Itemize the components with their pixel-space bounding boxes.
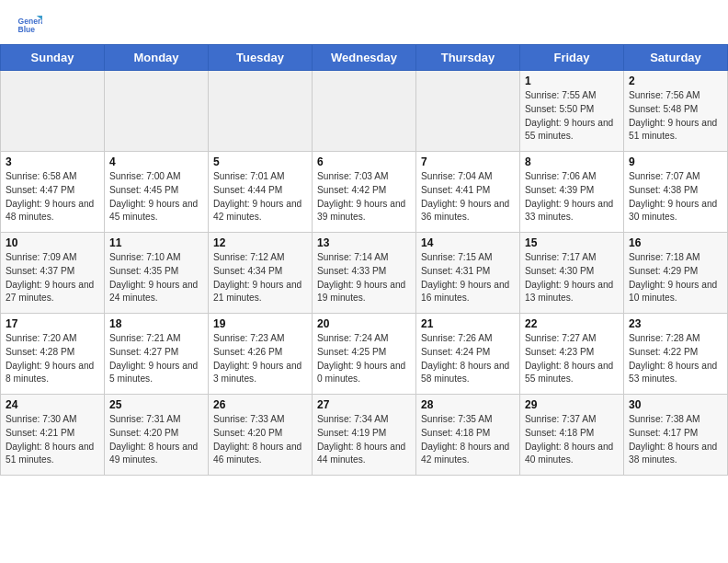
calendar-cell: 2Sunrise: 7:56 AM Sunset: 5:48 PM Daylig… (624, 71, 728, 152)
cell-info: Sunrise: 7:21 AM Sunset: 4:27 PM Dayligh… (109, 332, 203, 386)
cell-info: Sunrise: 7:20 AM Sunset: 4:28 PM Dayligh… (6, 332, 99, 386)
calendar-cell: 12Sunrise: 7:12 AM Sunset: 4:34 PM Dayli… (209, 233, 313, 314)
calendar-cell: 4Sunrise: 7:00 AM Sunset: 4:45 PM Daylig… (105, 152, 209, 233)
day-number: 4 (109, 155, 203, 168)
day-number: 5 (213, 155, 307, 168)
calendar-cell: 5Sunrise: 7:01 AM Sunset: 4:44 PM Daylig… (209, 152, 313, 233)
day-number: 17 (6, 317, 99, 330)
calendar-week-5: 24Sunrise: 7:30 AM Sunset: 4:21 PM Dayli… (1, 395, 728, 476)
calendar-week-4: 17Sunrise: 7:20 AM Sunset: 4:28 PM Dayli… (1, 314, 728, 395)
calendar-cell: 1Sunrise: 7:55 AM Sunset: 5:50 PM Daylig… (520, 71, 624, 152)
day-number: 6 (317, 155, 411, 168)
calendar-cell: 6Sunrise: 7:03 AM Sunset: 4:42 PM Daylig… (313, 152, 416, 233)
cell-info: Sunrise: 7:28 AM Sunset: 4:22 PM Dayligh… (629, 332, 722, 386)
calendar-cell: 13Sunrise: 7:14 AM Sunset: 4:33 PM Dayli… (313, 233, 416, 314)
calendar-cell (416, 71, 520, 152)
day-number: 30 (629, 398, 722, 411)
calendar-cell (209, 71, 313, 152)
day-number: 9 (629, 155, 722, 168)
calendar-cell (313, 71, 416, 152)
calendar-cell: 23Sunrise: 7:28 AM Sunset: 4:22 PM Dayli… (624, 314, 728, 395)
cell-info: Sunrise: 7:04 AM Sunset: 4:41 PM Dayligh… (421, 170, 515, 224)
cell-info: Sunrise: 6:58 AM Sunset: 4:47 PM Dayligh… (6, 170, 99, 224)
calendar-week-3: 10Sunrise: 7:09 AM Sunset: 4:37 PM Dayli… (1, 233, 728, 314)
day-number: 21 (421, 317, 515, 330)
page-header: General Blue (0, 0, 728, 44)
calendar-cell (105, 71, 209, 152)
day-number: 27 (317, 398, 411, 411)
cell-info: Sunrise: 7:37 AM Sunset: 4:18 PM Dayligh… (525, 413, 619, 467)
day-number: 8 (525, 155, 619, 168)
calendar-cell: 17Sunrise: 7:20 AM Sunset: 4:28 PM Dayli… (1, 314, 105, 395)
calendar-cell: 18Sunrise: 7:21 AM Sunset: 4:27 PM Dayli… (105, 314, 209, 395)
calendar-cell: 19Sunrise: 7:23 AM Sunset: 4:26 PM Dayli… (209, 314, 313, 395)
weekday-header-wednesday: Wednesday (313, 45, 416, 71)
calendar-cell: 21Sunrise: 7:26 AM Sunset: 4:24 PM Dayli… (416, 314, 520, 395)
calendar-cell: 16Sunrise: 7:18 AM Sunset: 4:29 PM Dayli… (624, 233, 728, 314)
cell-info: Sunrise: 7:23 AM Sunset: 4:26 PM Dayligh… (213, 332, 307, 386)
day-number: 11 (109, 236, 203, 249)
calendar-cell: 14Sunrise: 7:15 AM Sunset: 4:31 PM Dayli… (416, 233, 520, 314)
calendar-cell: 29Sunrise: 7:37 AM Sunset: 4:18 PM Dayli… (520, 395, 624, 476)
day-number: 12 (213, 236, 307, 249)
day-number: 22 (525, 317, 619, 330)
cell-info: Sunrise: 7:18 AM Sunset: 4:29 PM Dayligh… (629, 251, 722, 305)
cell-info: Sunrise: 7:01 AM Sunset: 4:44 PM Dayligh… (213, 170, 307, 224)
weekday-header-saturday: Saturday (624, 45, 728, 71)
day-number: 24 (6, 398, 99, 411)
day-number: 16 (629, 236, 722, 249)
cell-info: Sunrise: 7:35 AM Sunset: 4:18 PM Dayligh… (421, 413, 515, 467)
calendar-cell: 11Sunrise: 7:10 AM Sunset: 4:35 PM Dayli… (105, 233, 209, 314)
cell-info: Sunrise: 7:24 AM Sunset: 4:25 PM Dayligh… (317, 332, 411, 386)
cell-info: Sunrise: 7:34 AM Sunset: 4:19 PM Dayligh… (317, 413, 411, 467)
calendar-cell: 8Sunrise: 7:06 AM Sunset: 4:39 PM Daylig… (520, 152, 624, 233)
cell-info: Sunrise: 7:17 AM Sunset: 4:30 PM Dayligh… (525, 251, 619, 305)
cell-info: Sunrise: 7:38 AM Sunset: 4:17 PM Dayligh… (629, 413, 722, 467)
cell-info: Sunrise: 7:09 AM Sunset: 4:37 PM Dayligh… (6, 251, 99, 305)
calendar-header: SundayMondayTuesdayWednesdayThursdayFrid… (1, 45, 728, 71)
calendar: SundayMondayTuesdayWednesdayThursdayFrid… (0, 44, 728, 476)
weekday-header-friday: Friday (520, 45, 624, 71)
day-number: 3 (6, 155, 99, 168)
day-number: 1 (525, 75, 619, 87)
calendar-cell: 9Sunrise: 7:07 AM Sunset: 4:38 PM Daylig… (624, 152, 728, 233)
logo-icon: General Blue (17, 13, 42, 39)
cell-info: Sunrise: 7:30 AM Sunset: 4:21 PM Dayligh… (6, 413, 99, 467)
calendar-cell: 28Sunrise: 7:35 AM Sunset: 4:18 PM Dayli… (416, 395, 520, 476)
calendar-cell: 3Sunrise: 6:58 AM Sunset: 4:47 PM Daylig… (1, 152, 105, 233)
day-number: 23 (629, 317, 722, 330)
day-number: 25 (109, 398, 203, 411)
calendar-cell: 22Sunrise: 7:27 AM Sunset: 4:23 PM Dayli… (520, 314, 624, 395)
calendar-cell: 10Sunrise: 7:09 AM Sunset: 4:37 PM Dayli… (1, 233, 105, 314)
cell-info: Sunrise: 7:31 AM Sunset: 4:20 PM Dayligh… (109, 413, 203, 467)
cell-info: Sunrise: 7:12 AM Sunset: 4:34 PM Dayligh… (213, 251, 307, 305)
day-number: 28 (421, 398, 515, 411)
cell-info: Sunrise: 7:00 AM Sunset: 4:45 PM Dayligh… (109, 170, 203, 224)
calendar-cell: 24Sunrise: 7:30 AM Sunset: 4:21 PM Dayli… (1, 395, 105, 476)
day-number: 18 (109, 317, 203, 330)
calendar-cell: 27Sunrise: 7:34 AM Sunset: 4:19 PM Dayli… (313, 395, 416, 476)
day-number: 20 (317, 317, 411, 330)
cell-info: Sunrise: 7:56 AM Sunset: 5:48 PM Dayligh… (629, 89, 722, 144)
cell-info: Sunrise: 7:06 AM Sunset: 4:39 PM Dayligh… (525, 170, 619, 224)
cell-info: Sunrise: 7:55 AM Sunset: 5:50 PM Dayligh… (525, 89, 619, 144)
cell-info: Sunrise: 7:10 AM Sunset: 4:35 PM Dayligh… (109, 251, 203, 305)
calendar-cell (1, 71, 105, 152)
day-number: 14 (421, 236, 515, 249)
day-number: 15 (525, 236, 619, 249)
svg-text:General: General (18, 17, 42, 26)
cell-info: Sunrise: 7:33 AM Sunset: 4:20 PM Dayligh… (213, 413, 307, 467)
cell-info: Sunrise: 7:07 AM Sunset: 4:38 PM Dayligh… (629, 170, 722, 224)
weekday-header-sunday: Sunday (1, 45, 105, 71)
day-number: 19 (213, 317, 307, 330)
weekday-header-tuesday: Tuesday (209, 45, 313, 71)
calendar-cell: 30Sunrise: 7:38 AM Sunset: 4:17 PM Dayli… (624, 395, 728, 476)
cell-info: Sunrise: 7:27 AM Sunset: 4:23 PM Dayligh… (525, 332, 619, 386)
day-number: 2 (629, 75, 722, 87)
day-number: 10 (6, 236, 99, 249)
calendar-cell: 7Sunrise: 7:04 AM Sunset: 4:41 PM Daylig… (416, 152, 520, 233)
cell-info: Sunrise: 7:26 AM Sunset: 4:24 PM Dayligh… (421, 332, 515, 386)
day-number: 13 (317, 236, 411, 249)
svg-text:Blue: Blue (18, 25, 36, 34)
day-number: 7 (421, 155, 515, 168)
